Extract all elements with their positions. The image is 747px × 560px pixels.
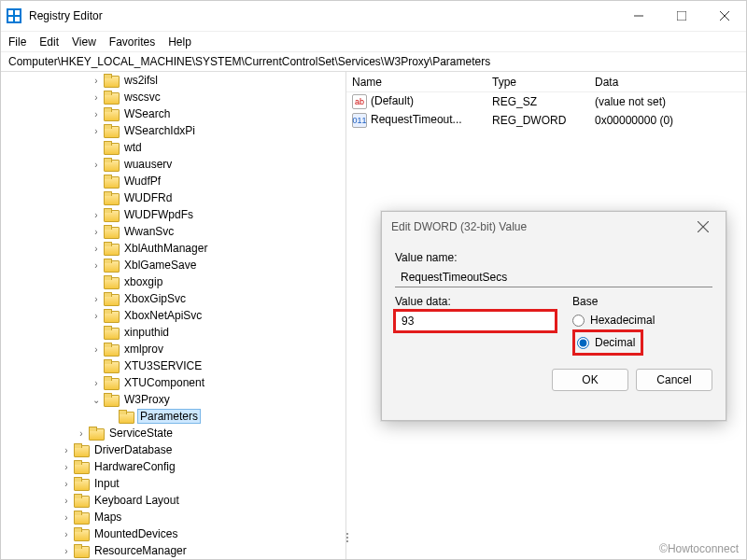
tree-item[interactable]: wuauserv [1, 156, 345, 173]
expand-chevron-icon[interactable] [61, 479, 72, 489]
svg-rect-2 [8, 17, 13, 21]
expand-chevron-icon[interactable] [61, 512, 72, 523]
tree-item-label: wuauserv [122, 158, 174, 171]
tree-item[interactable]: WwanSvc [1, 223, 345, 240]
tree-item[interactable]: WSearch [1, 105, 345, 122]
expand-chevron-icon[interactable] [91, 160, 102, 170]
tree-item[interactable]: Parameters [1, 408, 345, 425]
value-data-field[interactable] [395, 311, 556, 331]
tree-item-label: WudfPf [122, 175, 162, 188]
value-type-icon: ab [352, 94, 367, 109]
tree-item[interactable]: Input [1, 475, 345, 492]
expand-chevron-icon[interactable] [91, 109, 102, 119]
expand-chevron-icon[interactable] [91, 227, 102, 237]
tree-item-label: Parameters [137, 409, 201, 424]
tree-item-label: HardwareConfig [92, 460, 177, 473]
value-row[interactable]: ab(Default)REG_SZ(value not set) [346, 92, 746, 111]
tree-item[interactable]: W3Proxy [1, 391, 345, 408]
value-data-label: Value data: [395, 295, 556, 308]
tree-item[interactable]: DriverDatabase [1, 441, 345, 458]
expand-chevron-icon[interactable] [91, 244, 102, 254]
value-row[interactable]: 011RequestTimeout...REG_DWORD0x00000000 … [346, 111, 746, 130]
col-type[interactable]: Type [486, 76, 589, 89]
tree-item[interactable]: xinputhid [1, 324, 345, 341]
tree-item[interactable]: WUDFWpdFs [1, 206, 345, 223]
value-name-field[interactable] [395, 267, 712, 287]
expand-chevron-icon[interactable] [91, 395, 102, 405]
col-name[interactable]: Name [346, 76, 486, 89]
expand-chevron-icon[interactable] [91, 311, 102, 321]
menu-favorites[interactable]: Favorites [109, 35, 155, 49]
tree-item[interactable]: WUDFRd [1, 189, 345, 206]
value-type-icon: 011 [352, 113, 367, 128]
minimize-button[interactable] [617, 1, 660, 31]
tree-item[interactable]: wtd [1, 139, 345, 156]
tree-item[interactable]: MountedDevices [1, 525, 345, 542]
tree-item-label: xinputhid [122, 326, 171, 339]
close-button[interactable] [703, 1, 746, 31]
ok-button[interactable]: OK [552, 369, 628, 391]
expand-chevron-icon[interactable] [76, 428, 87, 439]
expand-chevron-icon[interactable] [91, 126, 102, 136]
menu-help[interactable]: Help [168, 35, 191, 49]
menu-edit[interactable]: Edit [39, 35, 59, 49]
tree-item[interactable]: wscsvc [1, 89, 345, 105]
splitter-handle[interactable] [345, 524, 350, 552]
tree-item[interactable]: XTUComponent [1, 374, 345, 391]
tree-item[interactable]: XblAuthManager [1, 240, 345, 257]
tree-item[interactable]: ws2ifsl [1, 72, 345, 89]
cancel-button[interactable]: Cancel [636, 369, 712, 391]
folder-icon [74, 460, 89, 473]
tree-item[interactable]: ServiceState [1, 425, 345, 441]
tree-item[interactable]: Keyboard Layout [1, 492, 345, 509]
expand-chevron-icon[interactable] [91, 210, 102, 220]
radio-decimal[interactable]: Decimal [577, 333, 635, 352]
expand-chevron-icon[interactable] [61, 462, 72, 472]
folder-icon [74, 494, 89, 507]
tree-item-label: Maps [92, 511, 123, 524]
maximize-button[interactable] [660, 1, 703, 31]
folder-icon [104, 292, 119, 305]
expand-chevron-icon[interactable] [61, 496, 72, 506]
folder-icon [74, 511, 89, 524]
window-title: Registry Editor [29, 9, 617, 22]
expand-chevron-icon[interactable] [91, 344, 102, 355]
tree-item[interactable]: HardwareConfig [1, 458, 345, 475]
menu-view[interactable]: View [72, 35, 96, 49]
col-data[interactable]: Data [589, 76, 746, 89]
svg-rect-1 [15, 10, 20, 15]
folder-icon [104, 225, 119, 238]
tree-item[interactable]: XTU3SERVICE [1, 357, 345, 374]
folder-icon [89, 427, 104, 440]
folder-icon [104, 74, 119, 87]
tree-item[interactable]: xmlprov [1, 341, 345, 357]
radio-hexadecimal[interactable]: Hexadecimal [572, 311, 712, 329]
tree-item[interactable]: XboxNetApiSvc [1, 307, 345, 324]
column-headers[interactable]: Name Type Data [346, 72, 746, 92]
expand-chevron-icon[interactable] [61, 529, 72, 539]
expand-chevron-icon[interactable] [91, 294, 102, 304]
tree-item[interactable]: WudfPf [1, 173, 345, 189]
tree-item-label: W3Proxy [122, 393, 172, 406]
folder-icon [74, 527, 89, 540]
menu-file[interactable]: File [8, 35, 26, 49]
expand-chevron-icon[interactable] [61, 546, 72, 556]
dialog-title: Edit DWORD (32-bit) Value [391, 220, 527, 233]
folder-icon [74, 443, 89, 456]
tree-item[interactable]: ResourceManager [1, 542, 345, 559]
expand-chevron-icon[interactable] [91, 92, 102, 103]
svg-rect-0 [8, 10, 13, 15]
tree-item[interactable]: Maps [1, 509, 345, 525]
address-bar[interactable]: Computer\HKEY_LOCAL_MACHINE\SYSTEM\Curre… [1, 51, 746, 72]
title-bar: Registry Editor [1, 1, 746, 31]
dialog-close-button[interactable] [690, 214, 716, 240]
expand-chevron-icon[interactable] [91, 260, 102, 271]
tree-item[interactable]: XblGameSave [1, 257, 345, 273]
tree-item[interactable]: WSearchIdxPi [1, 122, 345, 139]
expand-chevron-icon[interactable] [91, 378, 102, 388]
tree-pane[interactable]: ws2ifslwscsvcWSearchWSearchIdxPiwtdwuaus… [1, 72, 346, 559]
expand-chevron-icon[interactable] [61, 445, 72, 455]
tree-item[interactable]: xboxgip [1, 273, 345, 290]
tree-item[interactable]: XboxGipSvc [1, 290, 345, 307]
expand-chevron-icon[interactable] [91, 76, 102, 86]
